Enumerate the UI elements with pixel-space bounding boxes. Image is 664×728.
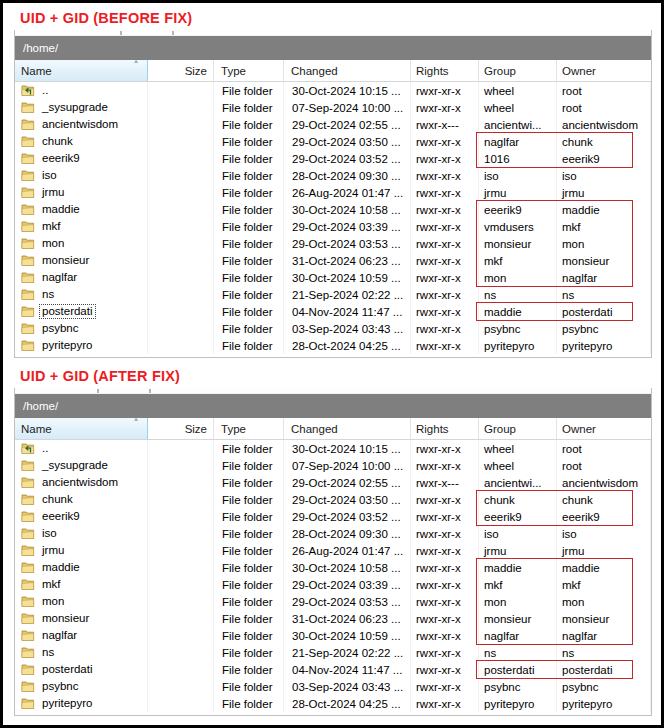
file-type: File folder [214, 440, 284, 457]
file-panel-before: /home/ Name ▲ Size Type Changed Rights G… [14, 30, 652, 358]
file-type: File folder [214, 218, 284, 235]
file-rights: rwxr-xr-x [411, 82, 479, 99]
parent-folder-icon [21, 443, 35, 455]
file-row[interactable]: ancientwisdom File folder 29-Oct-2024 02… [15, 474, 651, 491]
file-row[interactable]: mon File folder 29-Oct-2024 03:53 ... rw… [15, 235, 651, 252]
folder-icon [21, 153, 35, 165]
file-name: maddie [15, 201, 148, 218]
column-header-rights[interactable]: Rights [411, 60, 479, 81]
file-row[interactable]: monsieur File folder 31-Oct-2024 06:23 .… [15, 610, 651, 627]
file-name: mkf [15, 576, 148, 593]
folder-icon [21, 477, 35, 489]
file-row[interactable]: pyritepyro File folder 28-Oct-2024 04:25… [15, 337, 651, 354]
file-row[interactable]: psybnc File folder 03-Sep-2024 03:43 ...… [15, 320, 651, 337]
folder-icon [21, 630, 35, 642]
file-row[interactable]: posterdati File folder 04-Nov-2024 11:47… [15, 303, 651, 320]
file-rights: rwxr-xr-x [411, 508, 479, 525]
file-row[interactable]: chunk File folder 29-Oct-2024 03:50 ... … [15, 491, 651, 508]
file-rights: rwxr-xr-x [411, 457, 479, 474]
path-bar[interactable]: /home/ [15, 36, 651, 60]
folder-icon [21, 579, 35, 591]
file-changed: 30-Oct-2024 10:58 ... [284, 201, 411, 218]
file-row[interactable]: jrmu File folder 26-Aug-2024 01:47 ... r… [15, 184, 651, 201]
file-row[interactable]: naglfar File folder 30-Oct-2024 10:59 ..… [15, 269, 651, 286]
column-header-group[interactable]: Group [479, 60, 557, 81]
file-changed: 07-Sep-2024 10:00 ... [284, 99, 411, 116]
path-bar[interactable]: /home/ [15, 394, 651, 418]
file-name: eeerik9 [15, 508, 148, 525]
file-changed: 26-Aug-2024 01:47 ... [284, 542, 411, 559]
folder-icon [21, 102, 35, 114]
file-rights: rwxr-xr-x [411, 576, 479, 593]
file-row[interactable]: jrmu File folder 26-Aug-2024 01:47 ... r… [15, 542, 651, 559]
file-rights: rwxr-xr-x [411, 559, 479, 576]
file-owner: posterdati [557, 303, 651, 320]
column-header-size[interactable]: Size [148, 418, 214, 439]
file-owner: mon [557, 235, 651, 252]
file-size [148, 508, 214, 525]
column-header-owner[interactable]: Owner [557, 418, 651, 439]
file-rights: rwxr-xr-x [411, 337, 479, 354]
column-header-name[interactable]: Name ▲ [15, 60, 148, 81]
column-header-changed[interactable]: Changed [284, 418, 411, 439]
file-group: mkf [479, 252, 557, 269]
column-header-rights[interactable]: Rights [411, 418, 479, 439]
file-rights: rwxr-xr-x [411, 320, 479, 337]
file-row[interactable]: maddie File folder 30-Oct-2024 10:58 ...… [15, 201, 651, 218]
column-header-type[interactable]: Type [214, 60, 284, 81]
file-row[interactable]: maddie File folder 30-Oct-2024 10:58 ...… [15, 559, 651, 576]
file-size [148, 320, 214, 337]
file-row[interactable]: iso File folder 28-Oct-2024 09:30 ... rw… [15, 167, 651, 184]
column-header-group[interactable]: Group [479, 418, 557, 439]
file-row[interactable]: mkf File folder 29-Oct-2024 03:39 ... rw… [15, 576, 651, 593]
folder-icon [21, 698, 35, 710]
file-group: eeerik9 [479, 508, 557, 525]
folder-icon [21, 187, 35, 199]
file-owner: psybnc [557, 320, 651, 337]
file-row[interactable]: monsieur File folder 31-Oct-2024 06:23 .… [15, 252, 651, 269]
column-header-type[interactable]: Type [214, 418, 284, 439]
file-row[interactable]: chunk File folder 29-Oct-2024 03:50 ... … [15, 133, 651, 150]
file-row[interactable]: _sysupgrade File folder 07-Sep-2024 10:0… [15, 99, 651, 116]
file-row[interactable]: ns File folder 21-Sep-2024 02:22 ... rwx… [15, 286, 651, 303]
folder-icon [21, 511, 35, 523]
file-row[interactable]: .. File folder 30-Oct-2024 10:15 ... rwx… [15, 440, 651, 457]
file-group: mon [479, 269, 557, 286]
file-rights: rwxr-xr-x [411, 542, 479, 559]
file-row[interactable]: psybnc File folder 03-Sep-2024 03:43 ...… [15, 678, 651, 695]
file-group: psybnc [479, 320, 557, 337]
file-row[interactable]: .. File folder 30-Oct-2024 10:15 ... rwx… [15, 82, 651, 99]
file-name: jrmu [15, 184, 148, 201]
column-header-changed[interactable]: Changed [284, 60, 411, 81]
file-row[interactable]: eeerik9 File folder 29-Oct-2024 03:52 ..… [15, 150, 651, 167]
file-row[interactable]: ns File folder 21-Sep-2024 02:22 ... rwx… [15, 644, 651, 661]
file-owner: chunk [557, 133, 651, 150]
file-owner: jrmu [557, 184, 651, 201]
file-type: File folder [214, 116, 284, 133]
file-type: File folder [214, 337, 284, 354]
folder-icon [21, 647, 35, 659]
file-row[interactable]: posterdati File folder 04-Nov-2024 11:47… [15, 661, 651, 678]
column-header-owner[interactable]: Owner [557, 60, 651, 81]
file-rights: rwxr-x--- [411, 116, 479, 133]
file-row[interactable]: naglfar File folder 30-Oct-2024 10:59 ..… [15, 627, 651, 644]
file-changed: 29-Oct-2024 03:52 ... [284, 150, 411, 167]
file-changed: 21-Sep-2024 02:22 ... [284, 286, 411, 303]
file-group: wheel [479, 99, 557, 116]
file-row[interactable]: ancientwisdom File folder 29-Oct-2024 02… [15, 116, 651, 133]
file-size [148, 474, 214, 491]
column-header-name[interactable]: Name ▲ [15, 418, 148, 439]
file-row[interactable]: eeerik9 File folder 29-Oct-2024 03:52 ..… [15, 508, 651, 525]
file-row[interactable]: mon File folder 29-Oct-2024 03:53 ... rw… [15, 593, 651, 610]
file-row[interactable]: pyritepyro File folder 28-Oct-2024 04:25… [15, 695, 651, 712]
file-row[interactable]: _sysupgrade File folder 07-Sep-2024 10:0… [15, 457, 651, 474]
file-row[interactable]: mkf File folder 29-Oct-2024 03:39 ... rw… [15, 218, 651, 235]
file-type: File folder [214, 576, 284, 593]
file-row[interactable]: iso File folder 28-Oct-2024 09:30 ... rw… [15, 525, 651, 542]
file-group: maddie [479, 559, 557, 576]
sort-ascending-icon: ▲ [133, 60, 139, 64]
column-header-size[interactable]: Size [148, 60, 214, 81]
folder-icon [21, 272, 35, 284]
file-group: iso [479, 525, 557, 542]
file-owner: ancientwisdom [557, 116, 651, 133]
